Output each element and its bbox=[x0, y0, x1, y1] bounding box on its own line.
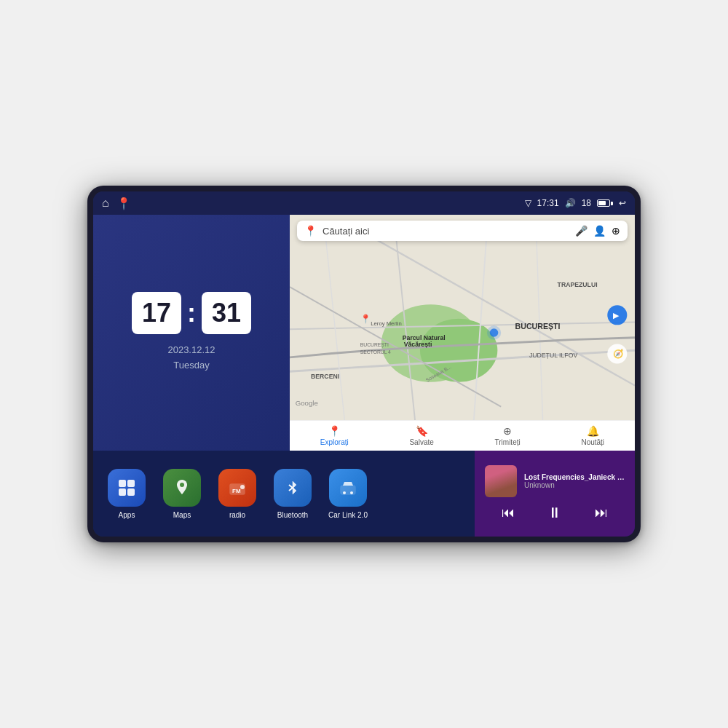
svg-text:JUDEȚUL ILFOV: JUDEȚUL ILFOV bbox=[529, 352, 577, 359]
map-nav-explore[interactable]: 📍 Explorați bbox=[320, 425, 349, 446]
svg-rect-30 bbox=[127, 480, 135, 487]
map-background: Parcul Natural Văcărești BUCUREȘTI JUDEȚ… bbox=[290, 215, 635, 451]
carlink-icon bbox=[329, 469, 367, 507]
apps-icon bbox=[108, 469, 146, 507]
screen: ⌂ 📍 ▽ 17:31 🔊 18 ↩ bbox=[93, 191, 635, 537]
app-item-maps[interactable]: Maps bbox=[160, 469, 204, 519]
svg-text:BERCENI: BERCENI bbox=[311, 373, 339, 380]
app-item-carlink[interactable]: Car Link 2.0 bbox=[326, 469, 370, 519]
map-search-bar[interactable]: 📍 Căutați aici 🎤 👤 ⊕ bbox=[297, 221, 628, 241]
maps-label: Maps bbox=[173, 511, 191, 519]
app-item-bluetooth[interactable]: Bluetooth bbox=[271, 469, 314, 519]
explore-icon: 📍 bbox=[328, 425, 341, 437]
status-left: ⌂ 📍 bbox=[102, 197, 131, 210]
svg-text:SECTORUL 4: SECTORUL 4 bbox=[360, 349, 391, 355]
clock-time: 17 : 31 bbox=[132, 292, 251, 334]
status-right: ▽ 17:31 🔊 18 ↩ bbox=[525, 198, 626, 208]
app-item-radio[interactable]: FM radio bbox=[215, 469, 259, 519]
clock-hour: 17 bbox=[132, 292, 181, 334]
maps-shortcut-icon[interactable]: 📍 bbox=[116, 197, 131, 210]
prev-button[interactable]: ⏮ bbox=[496, 504, 521, 522]
share-icon: ⊕ bbox=[503, 425, 512, 437]
maps-icon bbox=[163, 469, 201, 507]
svg-text:Văcărești: Văcărești bbox=[404, 341, 432, 348]
status-bar: ⌂ 📍 ▽ 17:31 🔊 18 ↩ bbox=[93, 191, 635, 215]
battery-icon bbox=[597, 199, 613, 207]
car-head-unit: ⌂ 📍 ▽ 17:31 🔊 18 ↩ bbox=[87, 186, 641, 542]
main-content: 17 : 31 2023.12.12 Tuesday bbox=[93, 215, 635, 537]
svg-text:BUCUREȘTI: BUCUREȘTI bbox=[360, 342, 389, 348]
volume-icon: 🔊 bbox=[565, 198, 576, 208]
clock-minute: 31 bbox=[202, 292, 251, 334]
svg-text:BUCUREȘTI: BUCUREȘTI bbox=[515, 322, 561, 331]
svg-text:Google: Google bbox=[296, 399, 318, 407]
back-icon[interactable]: ↩ bbox=[619, 198, 626, 208]
svg-text:FM: FM bbox=[232, 488, 241, 494]
svg-point-36 bbox=[240, 485, 245, 489]
map-widget[interactable]: Parcul Natural Văcărești BUCUREȘTI JUDEȚ… bbox=[290, 215, 635, 451]
music-title: Lost Frequencies_Janieck Devy-... bbox=[524, 473, 625, 481]
svg-rect-31 bbox=[119, 488, 126, 496]
music-player: Lost Frequencies_Janieck Devy-... Unknow… bbox=[475, 451, 635, 537]
clock-widget: 17 : 31 2023.12.12 Tuesday bbox=[93, 215, 290, 451]
bluetooth-icon bbox=[274, 469, 312, 507]
play-pause-button[interactable]: ⏸ bbox=[542, 503, 568, 523]
saved-icon: 🔖 bbox=[416, 425, 428, 437]
map-nav-news[interactable]: 🔔 Noutăți bbox=[581, 425, 604, 446]
app-grid: Apps Maps bbox=[93, 451, 475, 537]
svg-text:🧭: 🧭 bbox=[613, 349, 624, 359]
svg-point-33 bbox=[180, 483, 184, 487]
mic-icon[interactable]: 🎤 bbox=[575, 225, 587, 237]
map-pin-icon: 📍 bbox=[304, 225, 317, 237]
bluetooth-label: Bluetooth bbox=[277, 511, 308, 519]
svg-text:▶: ▶ bbox=[613, 311, 620, 320]
clock-colon: : bbox=[187, 298, 196, 328]
music-thumbnail bbox=[485, 465, 517, 497]
map-search-text[interactable]: Căutați aici bbox=[323, 226, 569, 237]
map-nav-share[interactable]: ⊕ Trimiteți bbox=[495, 425, 521, 446]
music-info: Lost Frequencies_Janieck Devy-... Unknow… bbox=[524, 473, 625, 489]
svg-text:📍: 📍 bbox=[360, 314, 371, 324]
svg-rect-39 bbox=[341, 486, 355, 494]
app-item-apps[interactable]: Apps bbox=[105, 469, 149, 519]
next-button[interactable]: ⏭ bbox=[589, 504, 614, 522]
status-time: 17:31 bbox=[537, 198, 559, 208]
map-nav-saved[interactable]: 🔖 Salvate bbox=[409, 425, 433, 446]
account-icon[interactable]: 👤 bbox=[593, 225, 606, 237]
svg-text:Parcul Natural: Parcul Natural bbox=[403, 334, 446, 341]
svg-point-40 bbox=[343, 491, 346, 494]
svg-line-38 bbox=[289, 488, 293, 491]
radio-icon: FM bbox=[218, 469, 256, 507]
svg-point-22 bbox=[487, 325, 501, 339]
signal-icon: ▽ bbox=[525, 198, 531, 208]
news-icon: 🔔 bbox=[587, 425, 599, 437]
svg-point-2 bbox=[420, 319, 497, 382]
radio-label: radio bbox=[229, 511, 245, 519]
svg-rect-29 bbox=[119, 480, 126, 487]
layers-icon[interactable]: ⊕ bbox=[612, 225, 620, 237]
svg-point-41 bbox=[350, 491, 353, 494]
home-icon[interactable]: ⌂ bbox=[102, 197, 109, 210]
svg-rect-32 bbox=[127, 488, 135, 496]
bottom-section: Apps Maps bbox=[93, 451, 635, 537]
clock-date: 2023.12.12 Tuesday bbox=[167, 343, 215, 373]
apps-label: Apps bbox=[119, 511, 135, 519]
svg-text:Leroy Merlin: Leroy Merlin bbox=[371, 320, 401, 327]
carlink-label: Car Link 2.0 bbox=[328, 511, 368, 519]
music-controls: ⏮ ⏸ ⏭ bbox=[485, 503, 625, 523]
music-top: Lost Frequencies_Janieck Devy-... Unknow… bbox=[485, 465, 625, 497]
map-bottom-bar: 📍 Explorați 🔖 Salvate ⊕ Trimiteți bbox=[290, 420, 635, 451]
signal-bars: 18 bbox=[582, 198, 591, 208]
top-section: 17 : 31 2023.12.12 Tuesday bbox=[93, 215, 635, 451]
music-artist: Unknown bbox=[524, 481, 625, 489]
svg-text:TRAPEZULUI: TRAPEZULUI bbox=[558, 281, 598, 288]
